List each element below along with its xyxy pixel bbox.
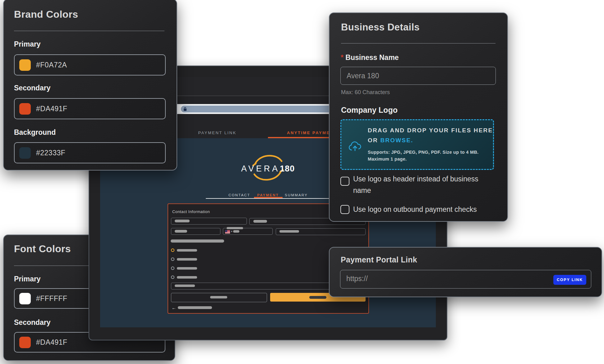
step-summary[interactable]: SUMMARY — [285, 193, 308, 197]
radio-option-1[interactable] — [171, 248, 174, 252]
use-logo-header-checkbox[interactable] — [340, 177, 349, 186]
stage: Font Colors Primary #FFFFFF Secondary #D… — [0, 0, 604, 364]
brand-colors-panel: Brand Colors Primary #F0A72A Secondary #… — [3, 0, 177, 171]
logo-dropzone[interactable]: DRAG AND DROP YOUR FILES HERE OR BROWSE.… — [340, 119, 494, 170]
font-primary-hex: #FFFFFF — [36, 294, 67, 303]
cloud-upload-icon — [348, 141, 362, 151]
font-primary-swatch — [19, 293, 31, 304]
step-payment[interactable]: PAYMENT — [257, 193, 279, 197]
radio-option-3[interactable] — [171, 266, 174, 270]
avera-logo-number: 180 — [280, 164, 295, 173]
browse-link[interactable]: BROWSE. — [380, 137, 413, 143]
section-heading-pill — [171, 239, 224, 243]
back-arrow-icon[interactable]: ← — [172, 305, 176, 310]
font-colors-title: Font Colors — [14, 243, 71, 255]
tab-payment-link[interactable]: PAYMENT LINK — [198, 130, 236, 135]
copy-link-button[interactable]: COPY LINK — [553, 275, 586, 285]
radio-label-pill — [177, 267, 197, 270]
dropzone-subheading: OR BROWSE. — [368, 137, 413, 144]
placeholder-pill — [279, 230, 299, 233]
font-secondary-label: Secondary — [14, 318, 51, 327]
phone-label-pill — [227, 227, 243, 229]
business-details-divider — [341, 43, 496, 43]
payment-portal-link-panel: Payment Portal Link https:// COPY LINK — [329, 247, 602, 297]
business-name-input[interactable] — [340, 67, 496, 85]
placeholder-pill — [175, 284, 195, 287]
avera-logo-word: AVERA — [241, 164, 280, 173]
brand-primary-row[interactable]: #F0A72A — [14, 54, 166, 75]
brand-colors-divider — [14, 31, 164, 31]
use-logo-checks-checkbox[interactable] — [340, 205, 349, 214]
steps-baseline — [206, 198, 332, 199]
font-secondary-hex: #DA491F — [36, 338, 67, 347]
dropzone-supports-line2: Maximum 1 page. — [368, 157, 407, 162]
font-primary-label: Primary — [14, 275, 41, 283]
business-name-label: * Business Name — [341, 53, 399, 62]
radio-label-pill — [177, 258, 197, 261]
brand-colors-title: Brand Colors — [14, 9, 78, 20]
dropzone-supports-line1: Supports: JPG, JPEG, PNG, PDF. Size up t… — [368, 150, 479, 155]
brand-primary-label: Primary — [14, 40, 41, 48]
step-contact[interactable]: CONTACT — [228, 193, 250, 197]
contact-information-label: Contact Information — [172, 209, 210, 214]
radio-option-4[interactable] — [171, 275, 174, 279]
business-name-helper: Max: 60 Characters — [341, 89, 390, 96]
business-details-title: Business Details — [341, 22, 420, 33]
placeholder-pill — [253, 220, 267, 223]
us-flag-icon[interactable] — [225, 230, 230, 234]
brand-secondary-label: Secondary — [14, 84, 51, 92]
required-asterisk: * — [341, 53, 343, 61]
payment-portal-link-title: Payment Portal Link — [341, 255, 417, 264]
brand-background-label: Background — [14, 128, 56, 137]
active-step-underline — [254, 197, 283, 198]
brand-secondary-swatch — [19, 103, 31, 115]
button-label-pill — [210, 296, 227, 298]
radio-label-pill — [177, 249, 197, 252]
placeholder-pill — [175, 230, 187, 233]
chevron-down-icon[interactable]: ▾ — [231, 230, 233, 233]
brand-primary-swatch — [19, 59, 31, 71]
button-label-pill — [309, 296, 326, 299]
dropzone-heading: DRAG AND DROP YOUR FILES HERE — [368, 127, 493, 134]
radio-label-pill — [177, 276, 197, 279]
back-label-pill — [178, 306, 212, 309]
company-logo-label: Company Logo — [341, 106, 398, 115]
placeholder-pill — [175, 220, 190, 222]
placeholder-pill — [233, 230, 239, 233]
portal-url-placeholder: https:// — [346, 275, 368, 283]
brand-background-hex: #22333F — [36, 149, 65, 157]
business-details-panel: Business Details * Business Name Max: 60… — [329, 12, 508, 222]
brand-secondary-hex: #DA491F — [36, 105, 67, 113]
use-logo-checks-label: Use logo on outbound payment checks — [353, 204, 477, 215]
brand-background-swatch — [19, 147, 31, 159]
brand-secondary-row[interactable]: #DA491F — [14, 98, 166, 119]
avera-logo-text: AVERA180 — [241, 164, 295, 174]
font-secondary-swatch — [19, 337, 31, 348]
brand-background-row[interactable]: #22333F — [14, 142, 166, 163]
lock-icon — [183, 107, 187, 111]
portal-url-input[interactable]: https:// COPY LINK — [340, 270, 591, 289]
radio-option-2[interactable] — [171, 257, 174, 261]
brand-primary-hex: #F0A72A — [36, 61, 67, 69]
use-logo-header-label: Use logo as header instead of business n… — [353, 173, 493, 196]
